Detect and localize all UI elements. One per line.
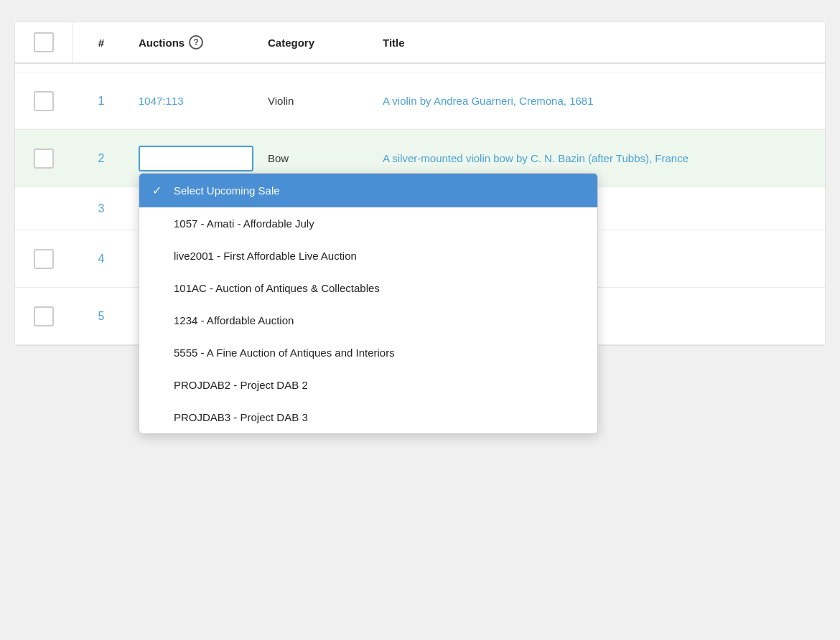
dropdown-option-label: 1057 - Amati - Affordable July (174, 217, 584, 230)
auctions-help-icon[interactable]: ? (189, 35, 203, 50)
col-category-header: Category (259, 22, 374, 62)
row-category: Bow (268, 152, 289, 164)
dropdown-option-label: 101AC - Auction of Antiques & Collectabl… (174, 282, 584, 294)
row-num-cell: 1 (73, 85, 130, 118)
dropdown-option-projdab2[interactable]: PROJDAB2 - Project DAB 2 (139, 369, 597, 401)
dropdown-option-101AC[interactable]: 101AC - Auction of Antiques & Collectabl… (139, 272, 597, 304)
row-title-link[interactable]: A silver-mounted violin bow by C. N. Baz… (383, 151, 689, 166)
row-checkbox[interactable] (34, 149, 54, 169)
page-wrapper: # Auctions ? Category Title 1 10 (0, 0, 840, 640)
dropdown-option-label: 1234 - Affordable Auction (174, 314, 584, 326)
col-title-header: Title (374, 22, 825, 62)
row-category: Violin (268, 95, 294, 107)
row-num: 5 (98, 310, 105, 323)
row-num-cell: 4 (73, 243, 130, 276)
row-checkbox[interactable] (34, 306, 54, 326)
dropdown-option-label: PROJDAB3 - Project DAB 3 (174, 411, 584, 423)
dropdown-option-select-upcoming[interactable]: ✓ Select Upcoming Sale (139, 174, 597, 207)
row-num-cell: 2 (73, 142, 130, 175)
row-num: 2 (98, 152, 105, 165)
dropdown-option-1234[interactable]: 1234 - Affordable Auction (139, 304, 597, 337)
row-num-cell: 3 (73, 192, 130, 225)
row-title-cell[interactable]: A silver-mounted violin bow by C. N. Baz… (374, 141, 825, 176)
row-checkbox[interactable] (34, 249, 54, 269)
table-container: # Auctions ? Category Title 1 10 (14, 22, 826, 346)
col-auctions-label: Auctions (139, 37, 185, 49)
row-checkbox-cell[interactable] (15, 296, 73, 337)
dropdown-option-label: 5555 - A Fine Auction of Antiques and In… (174, 347, 584, 359)
dropdown-option-1057[interactable]: 1057 - Amati - Affordable July (139, 207, 597, 240)
auction-dropdown-input[interactable] (139, 146, 253, 171)
row-num: 1 (98, 95, 105, 108)
dropdown-option-5555[interactable]: 5555 - A Fine Auction of Antiques and In… (139, 337, 597, 369)
row-checkbox[interactable] (34, 91, 54, 111)
row-auction-link[interactable]: 1047:113 (139, 95, 184, 107)
row-title-cell[interactable]: A violin by Andrea Guarneri, Cremona, 16… (374, 83, 825, 118)
table-row: 1 1047:113 Violin A violin by Andrea Gua… (15, 72, 825, 130)
auction-dropdown-menu: ✓ Select Upcoming Sale 1057 - Amati - Af… (139, 173, 598, 434)
dropdown-option-projdab3[interactable]: PROJDAB3 - Project DAB 3 (139, 401, 597, 433)
row-num-cell: 5 (73, 300, 130, 333)
row-category-cell: Violin (259, 85, 374, 117)
check-icon: ✓ (152, 184, 167, 197)
row-checkbox-cell[interactable] (15, 199, 73, 219)
spacer-row (15, 64, 825, 72)
table-header: # Auctions ? Category Title (15, 22, 825, 64)
row-num: 3 (98, 202, 105, 215)
col-num-header: # (73, 22, 130, 62)
table-row: 2 ✓ Select Upcoming Sale 1057 - Amati - (15, 130, 825, 187)
row-checkbox-cell[interactable] (15, 138, 73, 179)
row-num: 4 (98, 253, 105, 265)
select-all-checkbox[interactable] (34, 32, 54, 52)
row-checkbox-cell[interactable] (15, 239, 73, 279)
row-title-link[interactable]: A violin by Andrea Guarneri, Cremona, 16… (383, 93, 594, 108)
row-auction-cell-dropdown[interactable]: ✓ Select Upcoming Sale 1057 - Amati - Af… (130, 136, 259, 182)
dropdown-option-live2001[interactable]: live2001 - First Affordable Live Auction (139, 240, 597, 272)
dropdown-option-label: Select Upcoming Sale (174, 184, 584, 197)
row-checkbox-cell[interactable] (15, 81, 73, 121)
header-checkbox-cell[interactable] (15, 22, 73, 62)
col-auctions-header: Auctions ? (130, 22, 259, 62)
row-category-cell: Bow (259, 142, 374, 174)
dropdown-option-label: live2001 - First Affordable Live Auction (174, 250, 584, 262)
row-auction-cell[interactable]: 1047:113 (130, 85, 259, 117)
dropdown-option-label: PROJDAB2 - Project DAB 2 (174, 379, 584, 391)
